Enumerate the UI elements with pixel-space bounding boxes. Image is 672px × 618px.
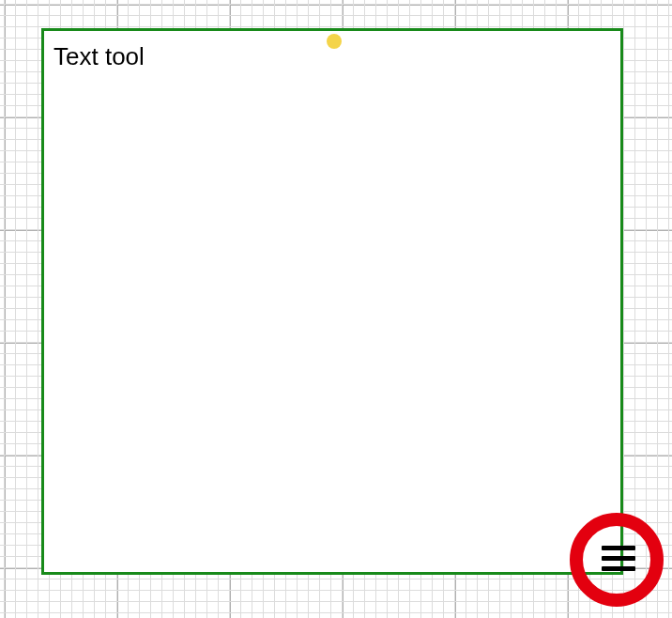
- text-box-content: Text tool: [53, 42, 145, 70]
- text-box[interactable]: Text tool: [41, 28, 623, 575]
- rotate-handle[interactable]: [327, 34, 342, 49]
- menu-icon: [602, 546, 635, 550]
- menu-icon: [602, 566, 635, 571]
- menu-icon: [602, 556, 635, 561]
- menu-button[interactable]: [598, 539, 639, 577]
